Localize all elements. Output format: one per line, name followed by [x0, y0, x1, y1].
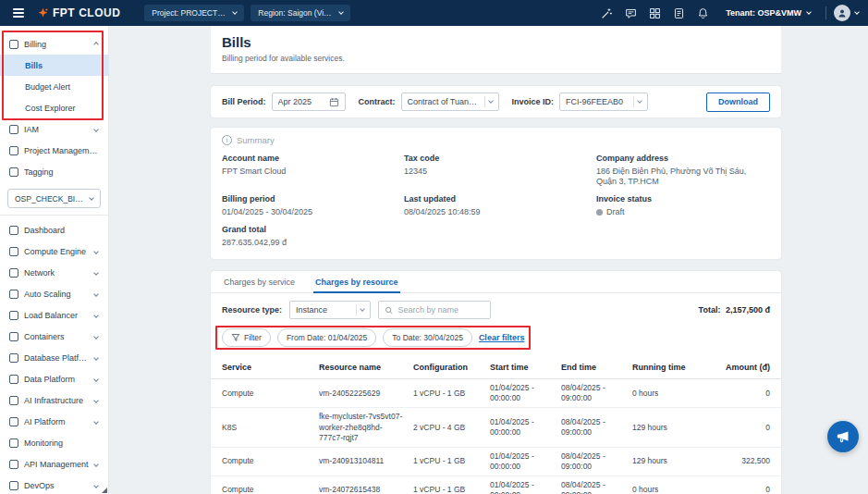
sidebar-item-compute-engine[interactable]: Compute Engine — [0, 241, 108, 262]
chevron-down-icon — [854, 9, 860, 15]
field-label: Billing period — [222, 194, 395, 204]
select-divider — [633, 96, 634, 107]
sidebar-item-bills[interactable]: Bills — [0, 55, 108, 76]
project-scope-value: OSP_CHECK_BILL_001 — [15, 194, 86, 204]
table-cell: 01/04/2025 - 00:00:00 — [490, 480, 561, 494]
table-row[interactable]: Computevm-240726154381 vCPU - 1 GB01/04/… — [211, 476, 781, 494]
sidebar-item-cost-explorer[interactable]: Cost Explorer — [0, 97, 108, 118]
column-header-end-time: End time — [561, 363, 632, 372]
sidebar-item-budget-alert[interactable]: Budget Alert — [0, 76, 108, 97]
field-label: Account name — [222, 154, 395, 164]
column-header-service: Service — [222, 363, 319, 372]
sidebar-item-network[interactable]: Network — [0, 262, 108, 283]
documentation-icon[interactable] — [668, 3, 689, 23]
field-value: FPT Smart Cloud — [222, 167, 395, 177]
sidebar-item-data-platform[interactable]: Data Platform — [0, 368, 108, 389]
sidebar-item-label: Auto Scaling — [24, 290, 89, 299]
tab-charges-by-service[interactable]: Charges by service — [222, 271, 297, 293]
tenant-selector[interactable]: Tenant: OSP&VMW — [726, 8, 811, 18]
apps-grid-icon[interactable] — [644, 3, 665, 23]
sidebar-item-containers[interactable]: Containers — [0, 326, 108, 347]
filter-button[interactable]: Filter — [222, 328, 271, 347]
resource-type-select[interactable]: Instance — [289, 301, 371, 319]
chevron-down-icon — [93, 462, 99, 467]
filter-chip-1[interactable]: To Date: 30/04/2025 — [383, 328, 472, 347]
sidebar-item-project-management[interactable]: Project Management — [0, 140, 108, 161]
support-chat-icon[interactable] — [620, 3, 641, 23]
table-cell: 01/04/2025 - 00:00:00 — [490, 383, 561, 403]
summary-header: Summary — [222, 135, 770, 145]
chevron-down-icon — [93, 249, 99, 254]
sidebar-item-monitoring[interactable]: Monitoring — [0, 432, 108, 453]
project-selector[interactable]: Project: PROJECT_OS... — [144, 5, 244, 21]
table-cell: 2 vCPU - 4 GB — [413, 423, 490, 433]
logo-product-text: CLOUD — [79, 6, 120, 19]
sidebar-item-billing[interactable]: Billing — [0, 33, 108, 55]
notifications-bell-icon[interactable] — [692, 3, 713, 23]
sidebar-item-devops[interactable]: DevOps — [0, 475, 108, 494]
table-cell: Compute — [222, 485, 319, 494]
console-wand-icon[interactable] — [596, 3, 617, 23]
user-avatar[interactable] — [834, 5, 859, 21]
header-divider — [825, 6, 826, 19]
region-selector[interactable]: Region: Saigon (Vietn... — [251, 5, 350, 21]
table-row[interactable]: Computevm-2409131048111 vCPU - 1 GB01/04… — [211, 448, 781, 476]
content-column: Bills Billing period for available servi… — [211, 26, 781, 494]
download-button[interactable]: Download — [706, 93, 770, 112]
filter-chip-0[interactable]: From Date: 01/04/2025 — [277, 328, 376, 347]
contract-select[interactable]: Contract of Tuannn52... — [401, 93, 499, 111]
field-label: Invoice status — [596, 194, 761, 204]
sidebar-item-label: IAM — [24, 125, 89, 134]
tab-charges-by-resource[interactable]: Charges by resource — [313, 271, 400, 293]
table-cell: 129 hours — [632, 423, 712, 433]
table-cell: 08/04/2025 - 09:00:00 — [561, 451, 632, 472]
table-cell: 0 hours — [632, 485, 712, 494]
search-input[interactable] — [398, 305, 484, 315]
sidebar-item-tagging[interactable]: Tagging — [0, 161, 108, 182]
sidebar-item-label: Database Platform — [24, 353, 89, 363]
summary-company-address: Company address 186 Điện Biên Phủ, Phườn… — [596, 154, 770, 187]
table-row[interactable]: K8Sfke-mycluster-7vs5vt07-worker-zhe8q8h… — [211, 408, 781, 447]
sidebar-item-iam[interactable]: IAM — [0, 118, 108, 140]
filter-button-label: Filter — [244, 333, 262, 342]
project-selector-value: Project: PROJECT_OS... — [152, 8, 227, 18]
table-cell: 01/04/2025 - 00:00:00 — [490, 451, 561, 472]
monitoring-icon — [9, 438, 18, 448]
field-label: Grand total — [222, 225, 395, 235]
compute-engine-icon — [9, 247, 18, 256]
sidebar-item-label: Tagging — [24, 167, 100, 177]
sidebar-scroll-indicator — [102, 488, 107, 493]
sidebar-item-dashboard[interactable]: Dashboard — [0, 219, 108, 241]
sidebar-item-ai-platform[interactable]: AI Platform — [0, 411, 108, 432]
sidebar-item-api-management[interactable]: API Management — [0, 453, 108, 475]
sidebar-item-database-platform[interactable]: Database Platform — [0, 347, 108, 368]
fpt-cloud-logo: FPT CLOUD — [37, 6, 120, 19]
invoice-id-label: Invoice ID: — [512, 97, 555, 106]
summary-invoice-status: Invoice status Draft — [596, 194, 770, 217]
invoice-id-select[interactable]: FCI-96FEEAB0 — [559, 93, 648, 111]
table-row[interactable]: Computevm-240522256291 vCPU - 1 GB01/04/… — [211, 379, 781, 408]
column-header-start-time: Start time — [490, 363, 561, 372]
region-selector-value: Region: Saigon (Vietn... — [258, 8, 334, 18]
sidebar-item-ai-infrastructure[interactable]: AI Infrastructure — [0, 389, 108, 411]
sidebar: Billing BillsBudget AlertCost Explorer I… — [0, 26, 109, 494]
data-platform-icon — [9, 375, 18, 384]
network-icon — [9, 268, 18, 278]
contract-label: Contract: — [359, 97, 396, 106]
bill-period-input[interactable]: Apr 2025 — [272, 93, 346, 111]
project-scope-select[interactable]: OSP_CHECK_BILL_001 — [7, 189, 101, 208]
ai-platform-icon — [9, 417, 18, 426]
sidebar-item-label: DevOps — [24, 481, 89, 490]
sidebar-item-load-balancer[interactable]: Load Balancer — [0, 304, 108, 326]
iam-icon — [9, 125, 18, 134]
resource-type-value: Instance — [296, 305, 352, 315]
chevron-down-icon — [93, 377, 99, 382]
sidebar-item-auto-scaling[interactable]: Auto Scaling — [0, 283, 108, 304]
select-divider — [356, 304, 357, 315]
info-icon — [222, 135, 232, 145]
table-cell: 0 — [712, 423, 770, 433]
menu-toggle-button[interactable] — [9, 5, 28, 21]
clear-filters-link[interactable]: Clear filters — [479, 333, 525, 342]
bill-period-value: Apr 2025 — [278, 97, 325, 106]
feedback-fab[interactable] — [827, 421, 859, 452]
